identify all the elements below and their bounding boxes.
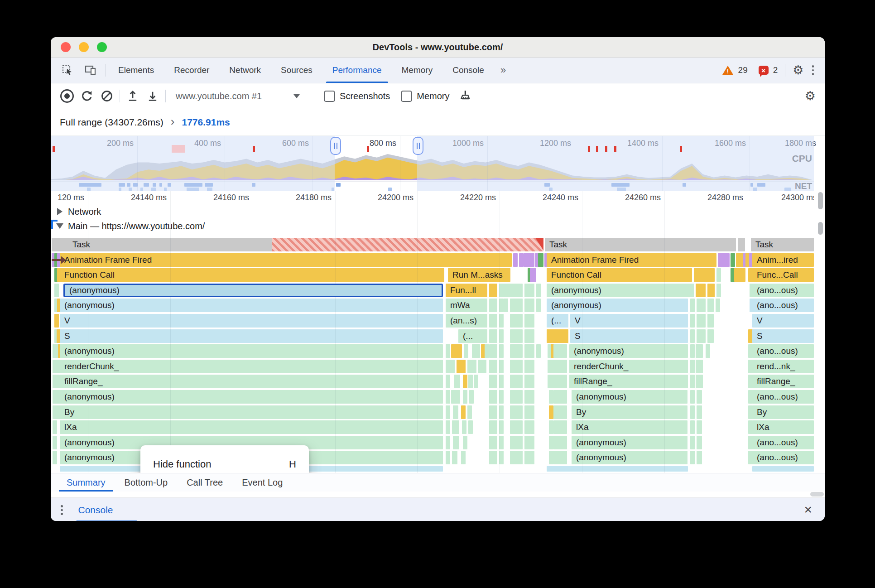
tab-sources[interactable]: Sources (271, 58, 322, 83)
tab-performance[interactable]: Performance (322, 58, 392, 83)
flame-event[interactable] (547, 466, 688, 472)
details-tab-event-log[interactable]: Event Log (232, 473, 292, 492)
flame-event-mwa[interactable]: mWa (446, 299, 487, 312)
flame-event[interactable] (272, 238, 543, 251)
warning-icon[interactable]: ! (722, 65, 734, 76)
flame-event-[interactable]: (... (458, 329, 487, 343)
flame-event[interactable] (489, 314, 497, 328)
flame-event[interactable] (690, 329, 695, 343)
flame-event[interactable] (553, 451, 567, 464)
flame-event-by[interactable]: By (60, 405, 443, 419)
close-window-button[interactable] (61, 42, 71, 52)
flame-event[interactable] (446, 436, 450, 449)
flame-event[interactable] (461, 451, 466, 464)
flame-event[interactable] (467, 405, 472, 419)
flame-event[interactable] (451, 344, 462, 358)
flame-event[interactable] (510, 299, 523, 312)
flame-event[interactable] (489, 405, 497, 419)
flame-event[interactable] (553, 344, 567, 358)
flame-event[interactable] (524, 436, 534, 449)
flame-event[interactable] (472, 360, 476, 373)
flame-event[interactable] (446, 451, 450, 464)
flame-event-anonymous[interactable]: (anonymous) (569, 344, 688, 358)
more-options-icon[interactable] (808, 65, 818, 75)
more-tabs-icon[interactable]: » (494, 58, 512, 83)
flame-event-ano-ous[interactable]: (ano...ous) (752, 390, 814, 404)
flame-event[interactable] (697, 405, 702, 419)
vertical-scrollbar-thumb-2[interactable] (818, 222, 823, 235)
flame-event-renderchunk[interactable]: renderChunk_ (569, 360, 688, 373)
flame-event[interactable] (54, 314, 59, 328)
flame-event-fillrange[interactable]: fillRange_ (569, 375, 688, 388)
flame-event[interactable] (690, 405, 695, 419)
flame-event[interactable] (707, 329, 714, 343)
flame-event[interactable] (549, 436, 553, 449)
flame-event[interactable] (716, 299, 720, 312)
flame-event[interactable] (696, 375, 703, 388)
flame-event[interactable] (752, 466, 814, 472)
flame-event-[interactable]: (... (547, 314, 568, 328)
horizontal-scrollbar-thumb[interactable] (810, 492, 824, 496)
flame-event[interactable] (463, 375, 467, 388)
flame-event[interactable] (510, 375, 523, 388)
flame-event[interactable] (485, 344, 489, 358)
flame-event[interactable] (504, 299, 508, 312)
flame-event[interactable] (524, 451, 534, 464)
flame-event-anonymous[interactable]: (anonymous) (547, 299, 688, 312)
flame-event[interactable] (53, 436, 57, 449)
flame-event-animation-frame-fired[interactable]: Animation Frame Fired (547, 253, 716, 267)
flame-event[interactable] (731, 253, 735, 267)
flame-event[interactable] (549, 405, 553, 419)
flame-event[interactable] (716, 284, 721, 297)
flame-event[interactable] (536, 299, 541, 312)
main-thread-section-header[interactable]: Main — https://www.youtube.com/ (51, 219, 814, 233)
flame-event-anonymous[interactable]: (anonymous) (60, 344, 443, 358)
flame-event[interactable] (536, 344, 541, 358)
flame-event[interactable] (510, 284, 523, 297)
flame-event[interactable] (524, 284, 534, 297)
flame-event-an-s[interactable]: (an...s) (446, 314, 487, 328)
error-count[interactable]: 2 (773, 65, 778, 75)
flame-event-v[interactable]: V (752, 314, 814, 328)
flame-event[interactable] (740, 238, 745, 251)
flame-event[interactable] (697, 329, 706, 343)
flame-event-lxa[interactable]: lXa (752, 420, 814, 434)
flame-event-by[interactable]: By (752, 405, 814, 419)
zoom-window-button[interactable] (97, 42, 107, 52)
reload-and-record-button[interactable] (77, 87, 97, 105)
breadcrumb-selection[interactable]: 1776.91ms (182, 117, 230, 128)
screenshots-toggle[interactable]: Screenshots (324, 91, 390, 102)
flame-event-run-m-asks[interactable]: Run M...asks (448, 268, 510, 282)
flame-event[interactable] (524, 390, 534, 404)
flame-event-ano-ous[interactable]: (ano...ous) (752, 344, 814, 358)
flame-event[interactable] (524, 360, 534, 373)
flame-event[interactable] (450, 360, 455, 373)
flame-event[interactable] (510, 344, 523, 358)
flame-event-function-call[interactable]: Function Call (547, 268, 692, 282)
flame-event[interactable] (524, 314, 534, 328)
flame-event[interactable] (697, 420, 702, 434)
tab-recorder[interactable]: Recorder (164, 58, 219, 83)
flame-event[interactable] (694, 268, 715, 282)
flame-event-renderchunk[interactable]: renderChunk_ (60, 360, 443, 373)
flame-event[interactable] (489, 344, 497, 358)
memory-toggle[interactable]: Memory (401, 91, 449, 102)
flame-event[interactable] (690, 344, 695, 358)
flame-event[interactable] (524, 375, 534, 388)
flame-event[interactable] (468, 420, 473, 434)
flame-event[interactable] (707, 284, 715, 297)
tab-memory[interactable]: Memory (392, 58, 443, 83)
flame-event-anim-ired[interactable]: Anim...ired (752, 253, 814, 267)
network-section-header[interactable]: Network (51, 205, 814, 218)
flame-event-ano-ous[interactable]: (ano...ous) (752, 436, 814, 449)
profile-select[interactable]: www.youtube.com #1 (168, 91, 307, 101)
flame-event[interactable] (706, 344, 710, 358)
flame-event[interactable] (55, 375, 60, 388)
flame-event[interactable] (55, 360, 60, 373)
collect-garbage-icon[interactable] (455, 87, 475, 105)
flame-event-v[interactable]: V (60, 314, 443, 328)
flame-event[interactable] (697, 451, 702, 464)
tab-network[interactable]: Network (219, 58, 271, 83)
flame-event-fillrange[interactable]: fillRange_ (752, 375, 814, 388)
drawer-tab-console[interactable]: Console (78, 505, 113, 516)
